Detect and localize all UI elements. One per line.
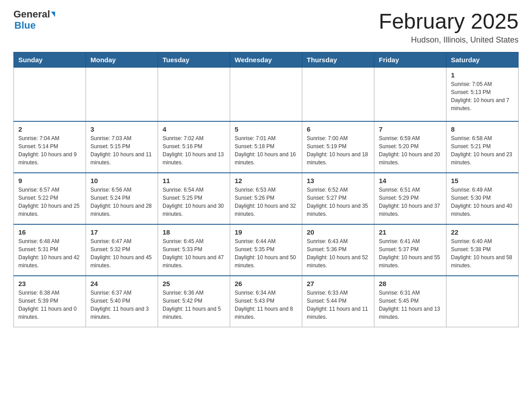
col-saturday: Saturday bbox=[446, 52, 519, 68]
day-info: Sunrise: 6:57 AMSunset: 5:22 PMDaylight:… bbox=[18, 186, 81, 218]
day-number: 25 bbox=[163, 280, 225, 287]
week-row-5: 23Sunrise: 6:38 AMSunset: 5:39 PMDayligh… bbox=[14, 276, 519, 327]
day-cell: 4Sunrise: 7:02 AMSunset: 5:16 PMDaylight… bbox=[158, 121, 230, 173]
day-info: Sunrise: 6:34 AMSunset: 5:43 PMDaylight:… bbox=[235, 289, 297, 321]
day-info: Sunrise: 7:03 AMSunset: 5:15 PMDaylight:… bbox=[90, 134, 153, 167]
day-number: 12 bbox=[235, 177, 297, 184]
day-cell bbox=[86, 68, 158, 121]
col-friday: Friday bbox=[374, 52, 446, 68]
day-number: 17 bbox=[90, 228, 153, 236]
day-number: 15 bbox=[451, 177, 514, 184]
day-info: Sunrise: 7:00 AMSunset: 5:19 PMDaylight:… bbox=[307, 134, 369, 167]
col-monday: Monday bbox=[86, 52, 158, 68]
day-info: Sunrise: 6:40 AMSunset: 5:38 PMDaylight:… bbox=[451, 237, 514, 270]
day-number: 19 bbox=[235, 228, 297, 236]
day-info: Sunrise: 6:43 AMSunset: 5:36 PMDaylight:… bbox=[307, 237, 369, 270]
title-block: February 2025 Hudson, Illinois, United S… bbox=[379, 9, 519, 45]
col-sunday: Sunday bbox=[14, 52, 86, 68]
day-cell bbox=[302, 68, 374, 121]
day-cell: 10Sunrise: 6:56 AMSunset: 5:24 PMDayligh… bbox=[86, 173, 158, 224]
day-number: 6 bbox=[307, 125, 369, 133]
day-info: Sunrise: 6:41 AMSunset: 5:37 PMDaylight:… bbox=[379, 237, 442, 270]
day-cell: 21Sunrise: 6:41 AMSunset: 5:37 PMDayligh… bbox=[374, 224, 446, 276]
day-number: 10 bbox=[90, 177, 153, 184]
logo-text-blue: Blue bbox=[14, 20, 36, 31]
day-cell: 19Sunrise: 6:44 AMSunset: 5:35 PMDayligh… bbox=[230, 224, 302, 276]
day-cell: 16Sunrise: 6:48 AMSunset: 5:31 PMDayligh… bbox=[14, 224, 86, 276]
day-info: Sunrise: 7:02 AMSunset: 5:16 PMDaylight:… bbox=[163, 134, 225, 167]
day-number: 8 bbox=[451, 125, 514, 133]
day-info: Sunrise: 7:05 AMSunset: 5:13 PMDaylight:… bbox=[451, 80, 514, 112]
day-info: Sunrise: 6:44 AMSunset: 5:35 PMDaylight:… bbox=[235, 237, 297, 270]
day-info: Sunrise: 6:38 AMSunset: 5:39 PMDaylight:… bbox=[18, 289, 81, 321]
day-info: Sunrise: 6:47 AMSunset: 5:32 PMDaylight:… bbox=[90, 237, 153, 270]
logo-arrow-icon bbox=[51, 12, 55, 17]
day-number: 24 bbox=[90, 280, 153, 287]
day-number: 3 bbox=[90, 125, 153, 133]
day-cell bbox=[158, 68, 230, 121]
page-header: General Blue February 2025 Hudson, Illin… bbox=[13, 9, 519, 45]
day-cell: 28Sunrise: 6:31 AMSunset: 5:45 PMDayligh… bbox=[374, 276, 446, 327]
day-cell: 26Sunrise: 6:34 AMSunset: 5:43 PMDayligh… bbox=[230, 276, 302, 327]
day-info: Sunrise: 6:59 AMSunset: 5:20 PMDaylight:… bbox=[379, 134, 442, 167]
day-cell: 11Sunrise: 6:54 AMSunset: 5:25 PMDayligh… bbox=[158, 173, 230, 224]
day-cell bbox=[446, 276, 519, 327]
day-info: Sunrise: 7:04 AMSunset: 5:14 PMDaylight:… bbox=[18, 134, 81, 167]
day-cell: 15Sunrise: 6:49 AMSunset: 5:30 PMDayligh… bbox=[446, 173, 519, 224]
day-number: 18 bbox=[163, 228, 225, 236]
day-cell: 5Sunrise: 7:01 AMSunset: 5:18 PMDaylight… bbox=[230, 121, 302, 173]
day-number: 23 bbox=[18, 280, 81, 287]
day-cell: 14Sunrise: 6:51 AMSunset: 5:29 PMDayligh… bbox=[374, 173, 446, 224]
day-cell: 8Sunrise: 6:58 AMSunset: 5:21 PMDaylight… bbox=[446, 121, 519, 173]
day-number: 2 bbox=[18, 125, 81, 133]
day-number: 26 bbox=[235, 280, 297, 287]
day-number: 27 bbox=[307, 280, 369, 287]
day-number: 13 bbox=[307, 177, 369, 184]
calendar-header-row: Sunday Monday Tuesday Wednesday Thursday… bbox=[14, 52, 519, 68]
week-row-1: 1Sunrise: 7:05 AMSunset: 5:13 PMDaylight… bbox=[14, 68, 519, 121]
col-thursday: Thursday bbox=[302, 52, 374, 68]
week-row-3: 9Sunrise: 6:57 AMSunset: 5:22 PMDaylight… bbox=[14, 173, 519, 224]
day-info: Sunrise: 6:54 AMSunset: 5:25 PMDaylight:… bbox=[163, 186, 225, 218]
day-number: 22 bbox=[451, 228, 514, 236]
day-info: Sunrise: 6:48 AMSunset: 5:31 PMDaylight:… bbox=[18, 237, 81, 270]
day-info: Sunrise: 6:37 AMSunset: 5:40 PMDaylight:… bbox=[90, 289, 153, 321]
day-number: 14 bbox=[379, 177, 442, 184]
day-number: 9 bbox=[18, 177, 81, 184]
day-cell: 23Sunrise: 6:38 AMSunset: 5:39 PMDayligh… bbox=[14, 276, 86, 327]
day-info: Sunrise: 6:49 AMSunset: 5:30 PMDaylight:… bbox=[451, 186, 514, 218]
day-cell: 20Sunrise: 6:43 AMSunset: 5:36 PMDayligh… bbox=[302, 224, 374, 276]
week-row-4: 16Sunrise: 6:48 AMSunset: 5:31 PMDayligh… bbox=[14, 224, 519, 276]
day-info: Sunrise: 7:01 AMSunset: 5:18 PMDaylight:… bbox=[235, 134, 297, 167]
day-cell: 18Sunrise: 6:45 AMSunset: 5:33 PMDayligh… bbox=[158, 224, 230, 276]
day-cell: 24Sunrise: 6:37 AMSunset: 5:40 PMDayligh… bbox=[86, 276, 158, 327]
day-cell bbox=[374, 68, 446, 121]
day-info: Sunrise: 6:53 AMSunset: 5:26 PMDaylight:… bbox=[235, 186, 297, 218]
day-info: Sunrise: 6:45 AMSunset: 5:33 PMDaylight:… bbox=[163, 237, 225, 270]
logo-text-general: General bbox=[13, 9, 50, 20]
day-cell: 12Sunrise: 6:53 AMSunset: 5:26 PMDayligh… bbox=[230, 173, 302, 224]
day-number: 4 bbox=[163, 125, 225, 133]
day-info: Sunrise: 6:31 AMSunset: 5:45 PMDaylight:… bbox=[379, 289, 442, 321]
day-cell: 3Sunrise: 7:03 AMSunset: 5:15 PMDaylight… bbox=[86, 121, 158, 173]
day-cell: 6Sunrise: 7:00 AMSunset: 5:19 PMDaylight… bbox=[302, 121, 374, 173]
day-info: Sunrise: 6:51 AMSunset: 5:29 PMDaylight:… bbox=[379, 186, 442, 218]
day-number: 20 bbox=[307, 228, 369, 236]
day-cell: 22Sunrise: 6:40 AMSunset: 5:38 PMDayligh… bbox=[446, 224, 519, 276]
day-number: 28 bbox=[379, 280, 442, 287]
col-tuesday: Tuesday bbox=[158, 52, 230, 68]
day-cell bbox=[230, 68, 302, 121]
day-number: 7 bbox=[379, 125, 442, 133]
logo: General Blue bbox=[13, 9, 55, 31]
day-cell: 9Sunrise: 6:57 AMSunset: 5:22 PMDaylight… bbox=[14, 173, 86, 224]
day-info: Sunrise: 6:36 AMSunset: 5:42 PMDaylight:… bbox=[163, 289, 225, 321]
day-cell bbox=[14, 68, 86, 121]
day-cell: 13Sunrise: 6:52 AMSunset: 5:27 PMDayligh… bbox=[302, 173, 374, 224]
day-cell: 7Sunrise: 6:59 AMSunset: 5:20 PMDaylight… bbox=[374, 121, 446, 173]
week-row-2: 2Sunrise: 7:04 AMSunset: 5:14 PMDaylight… bbox=[14, 121, 519, 173]
day-cell: 17Sunrise: 6:47 AMSunset: 5:32 PMDayligh… bbox=[86, 224, 158, 276]
day-cell: 27Sunrise: 6:33 AMSunset: 5:44 PMDayligh… bbox=[302, 276, 374, 327]
day-info: Sunrise: 6:52 AMSunset: 5:27 PMDaylight:… bbox=[307, 186, 369, 218]
day-number: 5 bbox=[235, 125, 297, 133]
calendar-title: February 2025 bbox=[379, 9, 519, 34]
